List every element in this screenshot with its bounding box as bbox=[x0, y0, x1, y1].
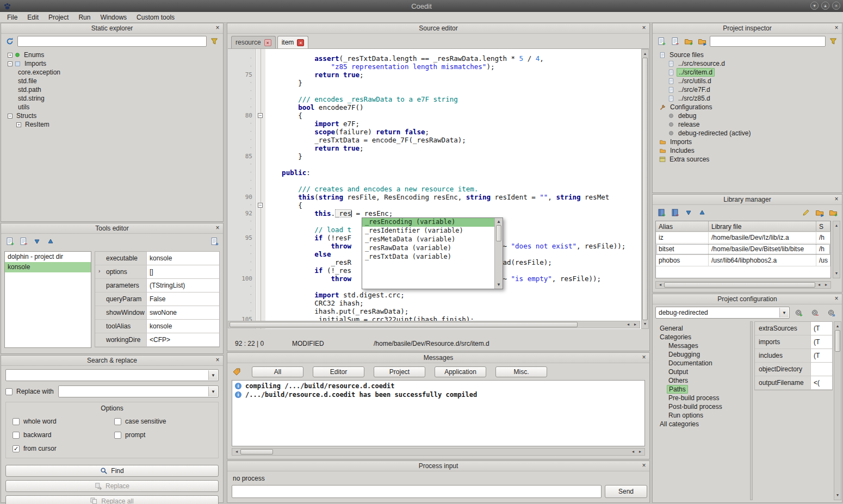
fold-marker-icon[interactable]: − bbox=[258, 203, 263, 208]
close-icon[interactable]: × bbox=[214, 225, 221, 232]
property-row-imports[interactable]: imports(T bbox=[755, 335, 832, 349]
messages-tab-all[interactable]: All bbox=[252, 366, 303, 377]
config-category-post-build-process[interactable]: Post-build process bbox=[655, 402, 747, 411]
replace-with-checkbox[interactable]: Replace with bbox=[5, 388, 54, 395]
symbol-std-path[interactable]: std.path bbox=[4, 85, 223, 94]
property-row-showwindow[interactable]: showWindowswoNone bbox=[95, 306, 219, 320]
symbol-imports[interactable]: −Imports bbox=[4, 59, 223, 68]
code-line[interactable]: · bbox=[228, 87, 641, 95]
menu-custom-tools[interactable]: Custom tools bbox=[132, 13, 179, 22]
replace-with-combobox[interactable]: ▼ bbox=[58, 385, 219, 397]
config-category-paths[interactable]: Paths bbox=[655, 385, 747, 394]
code-editor[interactable]: · assert(_resTxtData.length == _resRawDa… bbox=[228, 49, 649, 329]
library-horizontal-scrollbar[interactable]: ◂◂▸ bbox=[655, 281, 831, 289]
project-node-release[interactable]: release bbox=[656, 120, 842, 129]
move-up-icon[interactable] bbox=[696, 207, 708, 219]
config-category-messages[interactable]: Messages bbox=[655, 341, 747, 350]
config-category-documentation[interactable]: Documentation bbox=[655, 359, 747, 368]
chevron-down-icon[interactable]: ▼ bbox=[208, 370, 218, 380]
symbol-structs[interactable]: −Structs bbox=[4, 111, 223, 120]
shade-button[interactable]: ▾ bbox=[810, 2, 819, 10]
project-node-src-resource-d[interactable]: ../src/resource.d bbox=[656, 59, 842, 68]
code-line[interactable]: · _resTxtData = encode_7F(_resRawData); bbox=[228, 136, 641, 144]
completion-item-restxtdata-variable[interactable]: _resTxtData (variable) bbox=[362, 253, 494, 262]
checkbox-whole-word[interactable]: whole word bbox=[13, 418, 114, 425]
project-node-source-files[interactable]: Source files bbox=[656, 51, 842, 59]
close-icon[interactable]: × bbox=[833, 295, 840, 303]
remove-file-icon[interactable]: − bbox=[669, 35, 681, 47]
configuration-vertical-scrollbar[interactable]: ▴▾ bbox=[834, 321, 841, 500]
inspector-filter-input[interactable] bbox=[710, 36, 826, 47]
project-node-configurations[interactable]: Configurations bbox=[656, 103, 842, 111]
code-line[interactable]: 80− { bbox=[228, 111, 641, 120]
messages-tab-misc[interactable]: Misc. bbox=[495, 366, 547, 377]
project-node-includes[interactable]: Includes bbox=[656, 146, 842, 155]
message-entry[interactable]: i/.../build/resource.d.coedit has been s… bbox=[232, 390, 644, 399]
chevron-down-icon[interactable]: ▼ bbox=[779, 308, 789, 318]
property-row-toolalias[interactable]: toolAliaskonsole bbox=[95, 320, 219, 333]
close-icon[interactable]: × bbox=[640, 354, 648, 362]
expand-property-icon[interactable]: › bbox=[98, 268, 100, 274]
close-icon[interactable]: × bbox=[640, 462, 648, 470]
property-row-options[interactable]: options›[] bbox=[95, 265, 219, 279]
symbol-utils[interactable]: utils bbox=[4, 103, 223, 111]
project-node-src-utils-d[interactable]: ../src/utils.d bbox=[656, 77, 842, 85]
add-config-icon[interactable]: + bbox=[792, 307, 804, 319]
code-line[interactable]: · CRC32 ihash; bbox=[228, 299, 641, 307]
tab-close-icon[interactable]: × bbox=[264, 39, 271, 46]
property-row-objectdirectory[interactable]: objectDirectory bbox=[755, 363, 832, 376]
add-file-icon[interactable]: + bbox=[655, 35, 667, 47]
project-node-debug-redirected-active[interactable]: debug-redirected (active) bbox=[656, 129, 842, 138]
project-node-imports[interactable]: Imports bbox=[656, 138, 842, 146]
clone-config-icon[interactable]: » bbox=[825, 307, 837, 319]
menu-run[interactable]: Run bbox=[73, 13, 95, 22]
close-icon[interactable]: × bbox=[214, 24, 221, 32]
expand-icon[interactable]: + bbox=[16, 122, 21, 127]
checkbox-backward[interactable]: backward bbox=[13, 431, 114, 439]
move-up-icon[interactable] bbox=[45, 235, 57, 247]
add-tool-icon[interactable]: + bbox=[4, 235, 16, 247]
messages-tab-editor[interactable]: Editor bbox=[313, 366, 364, 377]
move-down-icon[interactable] bbox=[31, 235, 43, 247]
send-button[interactable]: Send bbox=[605, 485, 647, 498]
config-category-debugging[interactable]: Debugging bbox=[655, 350, 747, 359]
move-down-icon[interactable] bbox=[683, 207, 695, 219]
collapse-icon[interactable]: − bbox=[8, 61, 13, 66]
code-line[interactable]: 85 } bbox=[228, 152, 641, 160]
property-row-extrasources[interactable]: extraSources(T bbox=[755, 322, 832, 335]
process-input-field[interactable] bbox=[232, 485, 602, 498]
code-line[interactable]: · return true; bbox=[228, 144, 641, 152]
library-row-iz[interactable]: iz/home/basile/Dev/Iz/lib/iz.a/h bbox=[656, 232, 830, 244]
collapse-icon[interactable]: − bbox=[8, 114, 13, 119]
close-icon[interactable]: × bbox=[214, 357, 221, 364]
editor-tab-item[interactable]: item× bbox=[277, 36, 309, 48]
config-category-categories[interactable]: Categories bbox=[655, 333, 747, 341]
find-button[interactable]: Find bbox=[5, 465, 219, 477]
config-category-all-categories[interactable]: All categories bbox=[655, 420, 747, 428]
checkbox-case-sensitive[interactable]: case sensitive bbox=[114, 418, 216, 425]
property-row-includes[interactable]: includes(T bbox=[755, 349, 832, 363]
menu-windows[interactable]: Windows bbox=[95, 13, 132, 22]
code-line[interactable]: · public: bbox=[228, 169, 641, 177]
property-row-workingdire[interactable]: workingDire<CFP> bbox=[95, 333, 219, 347]
editor-vertical-scrollbar[interactable]: ▴▾ bbox=[641, 49, 649, 329]
messages-tab-application[interactable]: Application bbox=[435, 366, 486, 377]
property-row-queryparam[interactable]: queryParamFalse bbox=[95, 293, 219, 306]
column-header-s[interactable]: S bbox=[816, 221, 830, 232]
remove-config-icon[interactable]: − bbox=[809, 307, 821, 319]
checkbox-prompt[interactable]: prompt bbox=[114, 431, 216, 439]
project-node-src-item-d[interactable]: ../src/item.d bbox=[656, 68, 842, 77]
message-entry[interactable]: icompiling /.../build/resource.d.coedit bbox=[232, 382, 644, 390]
code-line[interactable]: · import std.digest.crc; bbox=[228, 291, 641, 299]
tab-close-icon[interactable]: × bbox=[297, 39, 304, 46]
menu-file[interactable]: File bbox=[2, 13, 22, 22]
config-category-general[interactable]: General bbox=[655, 324, 747, 333]
property-row-parameters[interactable]: parameters(TStringList) bbox=[95, 279, 219, 293]
splitter[interactable] bbox=[750, 321, 753, 500]
symbol-std-string[interactable]: std.string bbox=[4, 94, 223, 103]
code-line[interactable]: · scope(failure) return false; bbox=[228, 128, 641, 136]
code-line[interactable]: · assert(_resTxtData.length == _resRawDa… bbox=[228, 54, 641, 63]
edit-library-icon[interactable] bbox=[800, 207, 812, 219]
search-term-combobox[interactable]: ▼ bbox=[5, 369, 219, 381]
code-line[interactable]: · /// encodes _resRawData to a e7F strin… bbox=[228, 95, 641, 103]
